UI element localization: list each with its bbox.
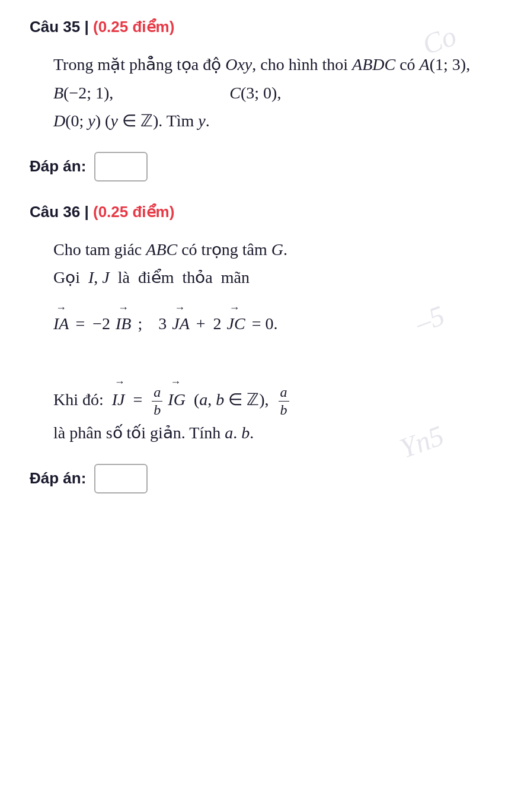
question-35-answer-label: Đáp án: — [30, 157, 86, 176]
question-36-body: Cho tam giác ABC có trọng tâm G. Gọi I, … — [53, 235, 491, 447]
frac-a: a — [152, 384, 162, 402]
q36-eq2: Khi đó: → IJ = a b → IG (a, b ∈ ℤ), a — [53, 368, 290, 419]
question-35-answer-row: Đáp án: — [30, 152, 491, 181]
question-36-answer-row: Đáp án: — [30, 464, 491, 493]
question-35-body: Trong mặt phẳng tọa độ Oxy, cho hình tho… — [53, 50, 491, 135]
q35-text3: D(0; y) (y ∈ ℤ). Tìm y. — [53, 112, 210, 130]
question-36-points: (0.25 điểm) — [93, 203, 174, 221]
q36-text1: Cho tam giác ABC có trọng tâm G. — [53, 240, 287, 259]
question-36-answer-box[interactable] — [94, 464, 148, 493]
q35-text2: B(−2; 1), C(3; 0), — [53, 84, 281, 102]
q35-text1: Trong mặt phẳng tọa độ Oxy, cho hình tho… — [53, 55, 470, 74]
frac2-a: a — [279, 384, 289, 402]
question-35-points: (0.25 điểm) — [93, 18, 174, 36]
question-36: Câu 36 | (0.25 điểm) Cho tam giác ABC có… — [30, 203, 491, 493]
question-35-answer-box[interactable] — [94, 152, 148, 181]
frac2-b: b — [279, 402, 289, 419]
question-36-answer-label: Đáp án: — [30, 469, 86, 488]
q36-text5: là phân số tối giản. Tính a. b. — [53, 423, 254, 442]
q36-text2: Gọi I, J là điểm thỏa mãn — [53, 268, 250, 286]
frac-b: b — [152, 402, 162, 419]
question-36-header: Câu 36 | (0.25 điểm) — [30, 203, 491, 221]
question-35: Câu 35 | (0.25 điểm) Trong mặt phẳng tọa… — [30, 18, 491, 181]
question-35-header: Câu 35 | (0.25 điểm) — [30, 18, 491, 36]
question-35-number: Câu 35 | — [30, 18, 93, 36]
page-wrapper: Co Câu 35 | (0.25 điểm) Trong mặt phẳng … — [30, 18, 491, 493]
q36-eq1: → IA = −2 → IB ; 3 → JA + 2 — [53, 297, 277, 338]
question-36-number: Câu 36 | — [30, 203, 93, 221]
